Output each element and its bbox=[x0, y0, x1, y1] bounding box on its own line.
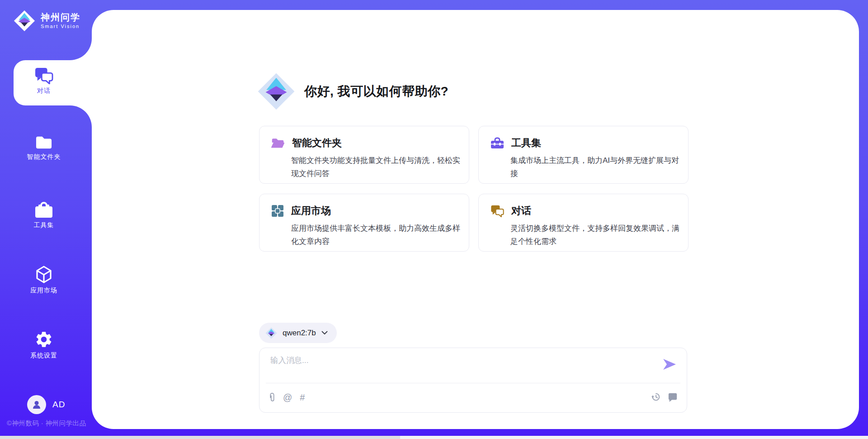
brand-name: 神州问学 bbox=[41, 12, 80, 22]
send-icon bbox=[662, 358, 677, 371]
folder-icon bbox=[34, 134, 53, 150]
history-button[interactable] bbox=[651, 392, 661, 402]
card-description: 集成市场上主流工具，助力AI与外界无缝扩展与对接 bbox=[510, 154, 683, 180]
page-title: 你好, 我可以如何帮助你? bbox=[304, 83, 448, 100]
sidebar-item-settings[interactable]: 系统设置 bbox=[0, 330, 88, 360]
card-smart-folder[interactable]: 智能文件夹 智能文件夹功能支持批量文件上传与清洗，轻松实现文件问答 bbox=[259, 126, 469, 184]
composer-tools-left: @ # bbox=[269, 392, 305, 403]
card-description: 灵活切换多模型文件，支持多样回复效果调试，满足个性化需求 bbox=[510, 222, 683, 248]
open-folder-icon bbox=[271, 137, 285, 149]
brand: 神州问学 Smart Vision bbox=[14, 10, 80, 32]
sidebar-item-label: 应用市场 bbox=[0, 286, 88, 295]
sidebar-item-label: 对话 bbox=[0, 87, 88, 95]
card-description: 应用市场提供丰富长文本模板，助力高效生成多样化文章内容 bbox=[291, 222, 464, 248]
at-icon[interactable]: @ bbox=[283, 392, 292, 403]
person-icon bbox=[31, 399, 42, 410]
avatar bbox=[27, 395, 46, 414]
card-description: 智能文件夹功能支持批量文件上传与清洗，轻松实现文件问答 bbox=[291, 154, 464, 180]
grid-icon bbox=[271, 205, 284, 217]
sidebar-item-label: 工具集 bbox=[0, 221, 88, 229]
brand-subtitle: Smart Vision bbox=[41, 23, 80, 29]
chevron-down-icon bbox=[321, 331, 328, 335]
sidebar-item-toolset[interactable]: 工具集 bbox=[0, 200, 88, 229]
gear-icon bbox=[34, 330, 53, 349]
diamond-logo-icon bbox=[257, 72, 295, 110]
feature-cards: 智能文件夹 智能文件夹功能支持批量文件上传与清洗，轻松实现文件问答 工具集 集成… bbox=[259, 126, 689, 252]
diamond-logo-icon bbox=[14, 10, 35, 32]
sidebar-item-label: 智能文件夹 bbox=[0, 153, 88, 161]
cube-icon bbox=[34, 265, 53, 284]
user-row[interactable]: AD bbox=[27, 395, 65, 414]
greeting-row: 你好, 我可以如何帮助你? bbox=[257, 72, 448, 110]
user-initials: AD bbox=[52, 400, 65, 410]
card-title: 应用市场 bbox=[291, 204, 331, 218]
horizontal-scrollbar[interactable] bbox=[0, 436, 868, 439]
paperclip-icon bbox=[269, 392, 275, 403]
history-icon bbox=[651, 392, 661, 402]
comment-icon bbox=[668, 392, 678, 402]
attach-file-button[interactable] bbox=[269, 392, 275, 403]
sidebar-item-chat[interactable]: 对话 bbox=[0, 67, 88, 95]
card-toolset[interactable]: 工具集 集成市场上主流工具，助力AI与外界无缝扩展与对接 bbox=[478, 126, 689, 184]
model-name: qwen2:7b bbox=[283, 329, 316, 338]
app-root: 你好, 我可以如何帮助你? 智能文件夹 智能文件夹功能支持批量文件上传与清洗，轻… bbox=[0, 0, 868, 439]
sidebar: 神州问学 Smart Vision 对话 智能文件夹 bbox=[0, 0, 92, 439]
card-title: 对话 bbox=[511, 204, 531, 218]
hash-icon[interactable]: # bbox=[300, 392, 305, 403]
new-chat-button[interactable] bbox=[668, 392, 678, 402]
card-title: 工具集 bbox=[511, 136, 541, 150]
toolbox-icon bbox=[34, 200, 54, 219]
main-panel: 你好, 我可以如何帮助你? 智能文件夹 智能文件夹功能支持批量文件上传与清洗，轻… bbox=[92, 10, 859, 429]
send-button[interactable] bbox=[662, 358, 677, 371]
card-title: 智能文件夹 bbox=[292, 136, 342, 150]
card-chat[interactable]: 对话 灵活切换多模型文件，支持多样回复效果调试，满足个性化需求 bbox=[478, 194, 689, 252]
composer-divider bbox=[266, 383, 680, 383]
card-app-market[interactable]: 应用市场 应用市场提供丰富长文本模板，助力高效生成多样化文章内容 bbox=[259, 194, 469, 252]
diamond-logo-icon bbox=[265, 327, 277, 339]
scrollbar-thumb[interactable] bbox=[0, 436, 400, 439]
message-input[interactable] bbox=[269, 355, 651, 366]
composer-tools-right bbox=[651, 392, 678, 402]
sidebar-item-smart-folder[interactable]: 智能文件夹 bbox=[0, 134, 88, 161]
chat-icon bbox=[491, 205, 504, 217]
sidebar-item-label: 系统设置 bbox=[0, 352, 88, 360]
chat-icon bbox=[34, 67, 53, 84]
briefcase-icon bbox=[491, 137, 504, 149]
sidebar-item-app-market[interactable]: 应用市场 bbox=[0, 265, 88, 295]
message-composer: @ # bbox=[259, 348, 687, 413]
model-selector[interactable]: qwen2:7b bbox=[259, 323, 337, 343]
copyright-footer: ©神州数码 · 神州问学出品 bbox=[7, 419, 86, 428]
